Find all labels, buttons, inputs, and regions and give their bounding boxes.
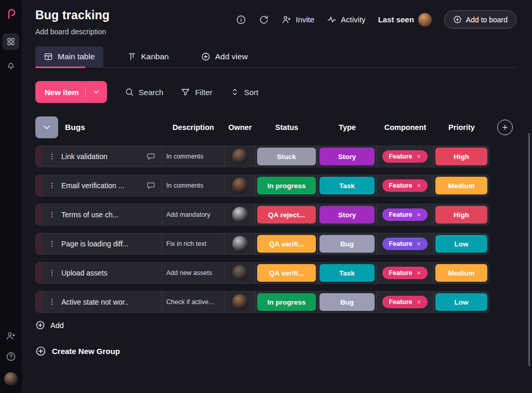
status-cell[interactable]: In progress [255,175,317,196]
owner-avatar[interactable] [232,149,248,164]
remove-tag-icon[interactable] [416,270,421,276]
priority-badge[interactable]: Low [435,235,487,253]
filter-button[interactable]: Filter [181,87,212,97]
component-cell[interactable]: Feature [376,204,433,225]
user-avatar[interactable] [4,372,18,386]
remove-tag-icon[interactable] [416,299,421,305]
priority-cell[interactable]: Medium [433,175,489,196]
owner-avatar[interactable] [232,207,248,222]
type-badge[interactable]: Task [320,264,375,282]
item-title[interactable]: Active state not wor.. [61,298,141,306]
group-title[interactable]: Bugs [65,123,85,132]
item-description[interactable]: Add new assets [162,263,224,283]
status-badge[interactable]: Stuck [257,148,316,165]
type-cell[interactable]: Task [317,175,376,196]
vertical-scrollbar[interactable] [528,133,530,366]
owner-avatar[interactable] [232,265,248,281]
item-title-cell[interactable]: Link validation [43,146,162,167]
add-item-button[interactable]: Add [35,320,98,330]
comment-icon[interactable] [147,152,155,161]
owner-avatar[interactable] [232,178,248,193]
tab-add-view[interactable]: Add view [193,46,256,67]
column-header-description[interactable]: Description [162,123,224,132]
remove-tag-icon[interactable] [416,241,421,246]
type-badge[interactable]: Bug [320,235,375,253]
item-description[interactable]: In comments [162,175,224,196]
drag-handle-icon[interactable] [48,181,56,190]
component-cell[interactable]: Feature [376,263,433,283]
owner-avatar[interactable] [232,294,248,310]
priority-badge[interactable]: High [435,206,487,224]
status-badge[interactable]: QA reject... [257,206,316,224]
type-badge[interactable]: Bug [320,293,375,311]
remove-tag-icon[interactable] [416,212,421,217]
comment-icon[interactable] [147,181,155,190]
priority-badge[interactable]: Medium [435,264,487,282]
drag-handle-icon[interactable] [48,211,56,219]
create-new-group-button[interactable]: Create New Group [35,346,160,357]
table-row[interactable]: Page is loading diff... Fix in rich text… [35,233,489,255]
component-tag[interactable]: Feature [382,238,427,250]
item-title-cell[interactable]: Terms of use ch... [43,204,162,225]
item-title[interactable]: Email verification ... [61,181,141,190]
board-description-placeholder[interactable]: Add board description [35,28,110,36]
type-cell[interactable]: Task [317,263,376,283]
component-cell[interactable]: Feature [376,292,433,312]
type-badge[interactable]: Story [320,206,375,224]
status-cell[interactable]: Stuck [255,146,317,167]
invite-user-icon[interactable] [6,331,16,341]
page-title[interactable]: Bug tracking [35,8,110,22]
drag-handle-icon[interactable] [48,240,56,248]
status-badge[interactable]: QA verifi... [257,235,316,253]
column-header-priority[interactable]: Priority [434,123,489,132]
status-cell[interactable]: QA verifi... [255,263,317,283]
drag-handle-icon[interactable] [48,152,56,161]
item-title[interactable]: Terms of use ch... [61,211,141,219]
type-cell[interactable]: Bug [317,292,376,312]
owner-cell[interactable] [224,146,255,167]
component-cell[interactable]: Feature [376,175,433,196]
item-description[interactable]: Add mandatory [162,204,224,225]
priority-cell[interactable]: High [433,204,489,225]
type-badge[interactable]: Story [320,148,375,165]
add-column-button[interactable] [497,120,513,135]
last-seen-avatar[interactable] [418,13,432,27]
invite-button[interactable]: Invite [282,15,314,24]
column-header-type[interactable]: Type [318,123,377,132]
owner-cell[interactable] [224,263,255,283]
owner-cell[interactable] [224,233,255,254]
info-icon[interactable] [236,15,246,25]
table-row[interactable]: Email verification ... In comments In pr… [35,175,489,197]
owner-cell[interactable] [224,292,255,312]
item-description[interactable]: Check if active... [162,292,224,312]
apps-grid-icon[interactable] [3,33,19,50]
app-logo-icon[interactable] [5,7,17,20]
status-badge[interactable]: In progress [257,177,316,194]
status-cell[interactable]: In progress [255,292,317,312]
item-title[interactable]: Page is loading diff... [61,240,141,248]
notifications-bell-icon[interactable] [6,60,16,71]
priority-cell[interactable]: High [433,146,489,167]
priority-badge[interactable]: Medium [435,177,487,194]
status-badge[interactable]: QA verifi... [257,264,316,282]
add-to-board-button[interactable]: Add to board [444,10,516,29]
group-collapse-button[interactable] [35,116,58,138]
remove-tag-icon[interactable] [416,154,421,159]
drag-handle-icon[interactable] [48,298,56,306]
new-item-button[interactable]: New item [35,81,107,103]
table-row[interactable]: Link validation In comments Stuck Story … [35,146,489,167]
table-row[interactable]: Terms of use ch... Add mandatory QA reje… [35,204,489,226]
component-tag[interactable]: Feature [382,208,427,221]
priority-cell[interactable]: Low [433,292,489,312]
type-cell[interactable]: Story [317,204,376,225]
owner-avatar[interactable] [232,236,248,252]
component-tag[interactable]: Feature [382,179,427,192]
component-tag[interactable]: Feature [382,150,427,163]
component-cell[interactable]: Feature [376,233,433,254]
tab-kanban[interactable]: Kanban [119,46,177,67]
sort-button[interactable]: Sort [230,87,259,97]
component-cell[interactable]: Feature [376,146,433,167]
item-title[interactable]: Upload assets [61,269,141,277]
tab-main-table[interactable]: Main table [35,46,103,67]
item-title-cell[interactable]: Email verification ... [43,175,162,196]
